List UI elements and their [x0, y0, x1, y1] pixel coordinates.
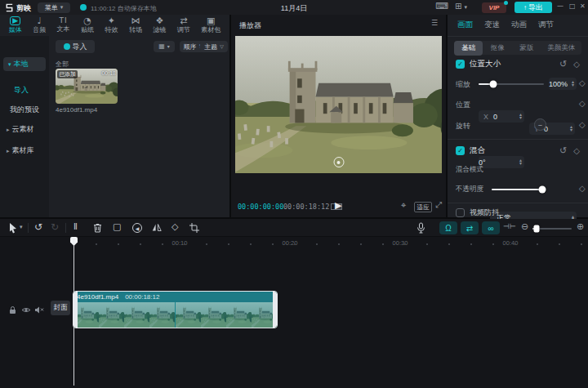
sidebar-item-library[interactable]: ▸ 素材库: [7, 145, 34, 156]
sidebar-item-cloud[interactable]: ▸ 云素材: [7, 124, 34, 135]
sidebar-item-import[interactable]: 导入: [14, 85, 29, 96]
window-maximize-button[interactable]: □: [569, 3, 576, 10]
media-item[interactable]: 已添加 00:18: [56, 69, 118, 104]
export-button[interactable]: ↑ 导出: [514, 2, 552, 13]
layout-icon[interactable]: ⊞ ▾: [455, 2, 467, 11]
delete-icon[interactable]: [93, 223, 102, 233]
timeline-clip[interactable]: 4e910df1.mp4 00:00:18:12: [74, 292, 277, 328]
timeline-panel: ▾ ↺ ↻ Ⅱ ▢ ◀ ◇ Ω ⇄ ∞ ⊣⊢ ⊖ ⊕ 00:10 00:20 0…: [0, 219, 588, 388]
crop-icon[interactable]: [189, 223, 199, 233]
tab-adjust[interactable]: 调节: [538, 20, 554, 30]
timeline-ruler[interactable]: 00:10 00:20 00:30 00:40: [0, 238, 588, 248]
tab-adjust-label: 调节: [177, 25, 190, 34]
play-button[interactable]: ▶: [335, 201, 341, 210]
tab-transition[interactable]: ⋈转场: [129, 16, 142, 34]
player-viewport[interactable]: [235, 36, 442, 173]
track-mute-icon[interactable]: [34, 305, 44, 314]
keyframe-icon[interactable]: ◇: [573, 146, 580, 155]
snap-toggle[interactable]: ⇄: [461, 221, 479, 234]
ruler-ticks: [74, 243, 585, 245]
stepper-down-icon[interactable]: ▾: [519, 163, 522, 165]
magnet-toggle[interactable]: Ω: [439, 221, 457, 234]
reverse-icon[interactable]: ◀: [132, 223, 142, 233]
filter-button[interactable]: 主题 ▽: [200, 41, 228, 52]
select-tool-caret-icon[interactable]: ▾: [20, 225, 23, 230]
cover-button[interactable]: 封面: [51, 301, 70, 315]
fit-button[interactable]: 适应: [414, 202, 432, 212]
blend-header: ✓ 混合 ↺ ◇: [456, 145, 580, 156]
clip-trim-handle-right[interactable]: [273, 292, 277, 328]
tab-canvas[interactable]: 画面: [457, 20, 473, 30]
scale-slider[interactable]: [479, 83, 544, 85]
reset-icon[interactable]: ↺: [559, 145, 567, 156]
player-panel: 播放器 ☰ 00:00:00:00 00:00:18:12 ▶ ⌖ 适应 ⤢: [231, 15, 446, 217]
subtab-basic[interactable]: 基础: [454, 41, 483, 56]
window-close-button[interactable]: ✕: [580, 3, 586, 10]
media-icon: ▶: [10, 16, 20, 25]
select-tool-icon[interactable]: [8, 222, 18, 234]
track-lock-icon[interactable]: [8, 305, 17, 314]
record-mic-icon[interactable]: [416, 222, 425, 234]
import-button[interactable]: 导入: [56, 40, 95, 53]
player-menu-icon[interactable]: ☰: [431, 20, 438, 27]
tab-animation[interactable]: 动画: [511, 20, 527, 30]
window-minimize-button[interactable]: —: [557, 3, 564, 10]
keyframe-icon[interactable]: ◇: [573, 60, 580, 69]
tab-effects[interactable]: ✦特效: [105, 16, 118, 34]
keyframe-icon[interactable]: ◇: [579, 99, 586, 108]
stepper-down-icon[interactable]: ▾: [519, 117, 522, 119]
freeze-frame-icon[interactable]: ▢: [113, 222, 121, 231]
snapshot-icon[interactable]: ⌖: [401, 201, 406, 210]
split-icon[interactable]: Ⅱ: [74, 223, 78, 231]
vip-dot-icon: [504, 1, 508, 5]
keyframe-icon[interactable]: ◇: [579, 120, 586, 129]
subtab-beauty[interactable]: 美颜美体: [541, 41, 581, 56]
subtab-cutout[interactable]: 抠像: [483, 41, 511, 56]
tab-media[interactable]: ▶ 媒体: [9, 16, 22, 34]
rotate-dial[interactable]: –: [534, 118, 546, 131]
rotate-value-box[interactable]: 0° ▴▾: [479, 156, 524, 168]
grid-view-icon: ▦: [158, 43, 165, 50]
track-hide-icon[interactable]: [21, 305, 31, 314]
stepper-down-icon[interactable]: ▾: [570, 129, 572, 132]
tab-adjust[interactable]: ⇄调节: [177, 16, 190, 34]
rotate-clip-icon[interactable]: ◇: [172, 222, 178, 231]
tab-material-pack[interactable]: ▣素材包: [201, 16, 220, 34]
preview-axis-icon[interactable]: ⊣⊢: [503, 223, 516, 230]
position-x-box[interactable]: X 0 ▴▾: [479, 110, 524, 123]
view-mode-button[interactable]: ▦ ▾: [154, 41, 175, 52]
link-toggle[interactable]: ∞: [482, 221, 500, 234]
transform-checkbox[interactable]: ✓: [456, 60, 465, 69]
stepper-down-icon[interactable]: ▾: [572, 84, 574, 87]
keyframe-icon[interactable]: ◇: [579, 78, 586, 87]
fullscreen-icon[interactable]: ⤢: [435, 201, 442, 209]
undo-icon[interactable]: ↺: [34, 222, 42, 232]
sidebar-item-local[interactable]: ▾ 本地: [3, 57, 46, 71]
asset-toolbar: ▶ 媒体 ♩音频 TI文本 ◔贴纸 ✦特效 ⋈转场 ❖滤镜 ⇄调节 ▣素材包: [0, 15, 229, 36]
tab-speed[interactable]: 变速: [484, 20, 500, 30]
tab-filter[interactable]: ❖滤镜: [153, 16, 166, 34]
reset-icon[interactable]: ↺: [559, 59, 567, 69]
tab-text[interactable]: TI文本: [57, 17, 70, 33]
timeline-zoom-slider[interactable]: [532, 228, 572, 230]
media-panel: ▶ 媒体 ♩音频 TI文本 ◔贴纸 ✦特效 ⋈转场 ❖滤镜 ⇄调节 ▣素材包 ▾…: [0, 15, 229, 217]
opacity-slider[interactable]: [492, 189, 542, 190]
media-group-label: 全部: [56, 60, 69, 69]
redo-icon[interactable]: ↻: [51, 222, 59, 232]
keyframe-icon[interactable]: ◇: [579, 184, 586, 193]
vip-badge[interactable]: VIP: [482, 2, 506, 13]
subtab-mask[interactable]: 蒙版: [512, 41, 541, 56]
playhead-line[interactable]: [74, 239, 74, 386]
tab-sticker[interactable]: ◔贴纸: [81, 16, 94, 34]
scale-value-box[interactable]: 100% ▴▾: [549, 78, 577, 90]
stabilize-checkbox[interactable]: [456, 208, 465, 217]
tab-audio[interactable]: ♩音频: [33, 16, 46, 34]
menu-button[interactable]: 菜单 ▾: [38, 2, 70, 13]
toolbar-divider: [65, 223, 66, 233]
sidebar-item-presets[interactable]: 我的预设: [10, 105, 39, 115]
zoom-in-icon[interactable]: ⊕: [577, 222, 584, 231]
zoom-out-icon[interactable]: ⊖: [521, 222, 528, 231]
mirror-icon[interactable]: [152, 223, 162, 232]
keyboard-shortcuts-icon[interactable]: ⌨: [435, 2, 448, 11]
blend-checkbox[interactable]: ✓: [456, 146, 465, 155]
